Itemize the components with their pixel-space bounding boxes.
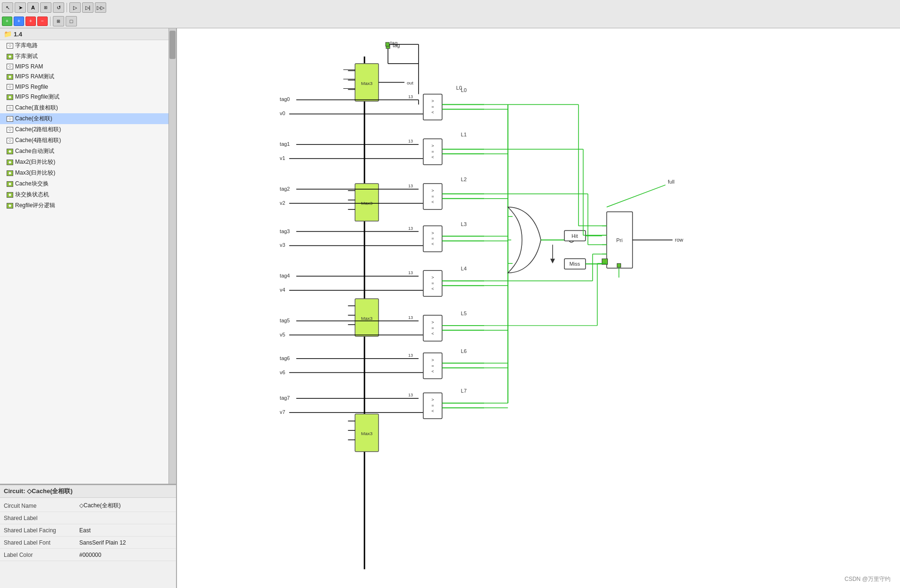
properties-panel: Circuit: ◇Cache(全相联) Circuit Name◇Cache(… bbox=[0, 484, 176, 588]
svg-text:Pri: Pri bbox=[616, 237, 622, 243]
tree-item-15[interactable]: ◆Regfile评分逻辑 bbox=[0, 200, 168, 211]
svg-text:=: = bbox=[431, 326, 434, 330]
svg-text:v6: v6 bbox=[280, 370, 286, 375]
play-step-btn[interactable]: ▷| bbox=[82, 2, 93, 13]
arrow-tool-btn[interactable]: ➤ bbox=[15, 2, 26, 13]
tree-item-11[interactable]: ◆Max2(归并比较) bbox=[0, 157, 168, 168]
tree-item-5[interactable]: ◆MIPS Regfile测试 bbox=[0, 92, 168, 102]
canvas-area[interactable]: tag Max3 out Max3 Max3 Ma bbox=[177, 28, 900, 588]
red-minus-btn[interactable]: − bbox=[37, 17, 48, 26]
tree-item-icon-8: ◇ bbox=[7, 127, 13, 133]
grid-btn[interactable]: ⊞ bbox=[53, 16, 64, 26]
svg-text:L5: L5 bbox=[461, 311, 467, 316]
tree-item-13[interactable]: ◆Cache块交换 bbox=[0, 178, 168, 189]
blue-plus-btn[interactable]: + bbox=[14, 17, 24, 26]
svg-text:=: = bbox=[431, 149, 434, 154]
svg-rect-0 bbox=[179, 28, 899, 588]
tree-item-icon-7: ◇ bbox=[7, 116, 13, 122]
props-row-3: Shared Label FontSansSerif Plain 12 bbox=[0, 537, 176, 549]
props-row-1: Shared Label bbox=[0, 512, 176, 524]
svg-text:Max3: Max3 bbox=[361, 81, 373, 86]
tree-item-label-1: 字库测试 bbox=[15, 52, 38, 60]
svg-text:v3: v3 bbox=[280, 242, 286, 248]
tree-item-14[interactable]: ◆块交换状态机 bbox=[0, 189, 168, 200]
svg-text:>: > bbox=[431, 143, 434, 148]
tree-item-label-13: Cache块交换 bbox=[15, 180, 49, 188]
svg-text:L4: L4 bbox=[461, 266, 467, 271]
props-label-4: Label Color bbox=[4, 552, 79, 558]
tree-item-10[interactable]: ◆Cache自动测试 bbox=[0, 146, 168, 157]
tree-item-icon-0: ◇ bbox=[7, 43, 13, 49]
tree-item-icon-11: ◆ bbox=[7, 160, 13, 165]
svg-text:<: < bbox=[431, 286, 434, 291]
tree-item-9[interactable]: ◇Cache(4路组相联) bbox=[0, 135, 168, 146]
tree-item-label-15: Regfile评分逻辑 bbox=[15, 202, 55, 210]
svg-text:<: < bbox=[431, 331, 434, 336]
tree-item-7[interactable]: ◇Cache(全相联) bbox=[0, 113, 168, 124]
tree-item-label-2: MIPS RAM bbox=[15, 63, 43, 70]
svg-text:L2: L2 bbox=[461, 176, 467, 182]
tree-scroll[interactable]: 📁 1.4 ◇字库电路◆字库测试◇MIPS RAM◆MIPS RAM测试◇MIP… bbox=[0, 28, 168, 484]
rotate-left-btn[interactable]: ↺ bbox=[53, 2, 64, 13]
svg-text:L7: L7 bbox=[461, 388, 467, 394]
tree-item-icon-14: ◆ bbox=[7, 192, 13, 198]
tree-scrollbar-track[interactable] bbox=[168, 28, 176, 484]
svg-text:13: 13 bbox=[408, 315, 413, 320]
svg-text:Max3: Max3 bbox=[361, 431, 373, 436]
svg-text:=: = bbox=[431, 194, 434, 199]
tree-item-label-14: 块交换状态机 bbox=[15, 191, 49, 199]
svg-text:=: = bbox=[431, 363, 434, 368]
tree-item-icon-2: ◇ bbox=[7, 64, 13, 69]
svg-text:v2: v2 bbox=[280, 200, 286, 206]
svg-text:tag2: tag2 bbox=[280, 186, 290, 192]
tree-item-2[interactable]: ◇MIPS RAM bbox=[0, 62, 168, 71]
svg-text:>: > bbox=[431, 397, 434, 402]
svg-text:13: 13 bbox=[408, 226, 413, 231]
tree-item-icon-5: ◆ bbox=[7, 94, 13, 100]
tree-item-0[interactable]: ◇字库电路 bbox=[0, 40, 168, 51]
svg-text:=: = bbox=[431, 403, 434, 408]
tree-scrollbar-thumb[interactable] bbox=[169, 31, 176, 59]
tree-item-icon-4: ◇ bbox=[7, 84, 13, 90]
tree-item-4[interactable]: ◇MIPS Regfile bbox=[0, 82, 168, 92]
square-btn[interactable]: □ bbox=[66, 16, 77, 26]
cursor-tool-btn[interactable]: ↖ bbox=[2, 2, 13, 13]
svg-rect-190 bbox=[617, 263, 621, 267]
svg-text:tag4: tag4 bbox=[280, 273, 290, 278]
tree-item-12[interactable]: ◆Max3(归并比较) bbox=[0, 168, 168, 178]
svg-text:L1: L1 bbox=[461, 132, 467, 137]
props-value-3: SansSerif Plain 12 bbox=[79, 539, 126, 546]
svg-text:full: full bbox=[668, 179, 674, 185]
tree-header-label: 1.4 bbox=[14, 31, 22, 38]
svg-text:v4: v4 bbox=[280, 287, 286, 293]
tree-item-icon-6: ◇ bbox=[7, 105, 13, 111]
toolbar-separator-1 bbox=[67, 3, 67, 12]
watermark: CSDN @万里守约 bbox=[844, 575, 891, 583]
text-tool-btn[interactable]: A bbox=[27, 2, 39, 13]
props-value-2: East bbox=[79, 527, 91, 534]
svg-text:<: < bbox=[431, 155, 434, 160]
tree-item-6[interactable]: ◇Cache(直接相联) bbox=[0, 102, 168, 113]
tree-item-8[interactable]: ◇Cache(2路组相联) bbox=[0, 124, 168, 135]
svg-text:>: > bbox=[431, 275, 434, 280]
tree-item-icon-13: ◆ bbox=[7, 181, 13, 187]
svg-text:13: 13 bbox=[408, 270, 413, 275]
tree-item-label-9: Cache(4路组相联) bbox=[15, 136, 61, 144]
chip-tool-btn[interactable]: ⊞ bbox=[40, 2, 51, 13]
tree-item-3[interactable]: ◆MIPS RAM测试 bbox=[0, 71, 168, 82]
tree-item-label-12: Max3(归并比较) bbox=[15, 169, 55, 177]
svg-text:<: < bbox=[431, 200, 434, 204]
play-fast-btn[interactable]: ▷▷ bbox=[95, 2, 106, 13]
svg-text:row: row bbox=[675, 237, 683, 243]
green-plus-btn[interactable]: + bbox=[2, 17, 12, 26]
red-plus-btn[interactable]: + bbox=[25, 17, 36, 26]
play-btn[interactable]: ▷ bbox=[69, 2, 81, 13]
tree-item-1[interactable]: ◆字库测试 bbox=[0, 51, 168, 62]
svg-text:tag0: tag0 bbox=[280, 96, 290, 102]
props-row-2: Shared Label FacingEast bbox=[0, 524, 176, 537]
tree-item-label-11: Max2(归并比较) bbox=[15, 158, 55, 166]
folder-icon: 📁 bbox=[4, 30, 12, 38]
circuit-diagram: tag Max3 out Max3 Max3 Ma bbox=[177, 28, 900, 588]
tree-items-container: ◇字库电路◆字库测试◇MIPS RAM◆MIPS RAM测试◇MIPS Regf… bbox=[0, 40, 168, 211]
svg-text:v1: v1 bbox=[280, 155, 286, 161]
